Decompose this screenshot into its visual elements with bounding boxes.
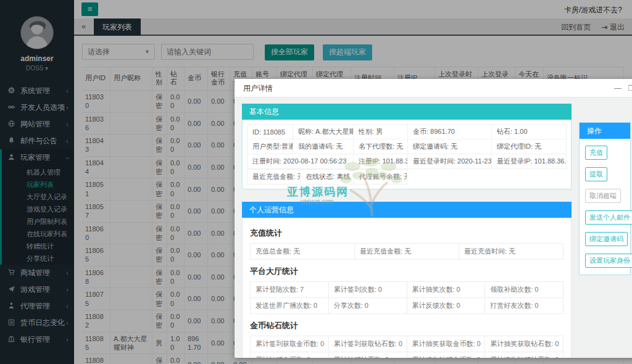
stat-cell: 累计接收转赠钻石数: 0 — [485, 352, 563, 358]
stat-cell: 累计抽奖次数: 0 — [407, 282, 485, 298]
info-table: 累计登陆次数: 7累计签到次数: 0累计抽奖次数: 0领取补助次数: 0发送世界… — [250, 281, 563, 314]
user-detail-modal: 用户详情 — ❐ 基本信息 ID: 118085昵称: A.都大大星耀财神性别:… — [235, 79, 632, 358]
stat-cell: 累计抽奖获取金币数: 0 — [407, 336, 485, 352]
stat-cell: 最近充值金额: 无 — [355, 244, 459, 260]
maximize-icon[interactable]: ❐ — [626, 79, 632, 97]
operation-button[interactable]: 提取 — [585, 167, 607, 181]
section-title: 充值统计 — [250, 228, 563, 239]
operations-panel: 操作 充值提取取消超端发送个人邮件绑定邀请码设置玩家身份 — [579, 122, 631, 275]
stat-cell: 累计登陆次数: 7 — [251, 282, 329, 298]
basic-info-header: 基本信息 — [242, 104, 572, 120]
modal-body: 基本信息 ID: 118085昵称: A.都大大星耀财神性别: 男金币: 896… — [235, 97, 632, 358]
stat-cell: 分享次数: 0 — [328, 298, 407, 314]
stat-cell: 累计接收转赠金币数: 0 — [407, 352, 485, 358]
operation-button[interactable]: 设置玩家身份 — [585, 254, 632, 268]
stat-cell: 累计转赠钻石数: 0 — [328, 352, 407, 358]
modal-title: 用户详情 — [243, 84, 273, 93]
basic-info-panel: 基本信息 ID: 118085昵称: A.都大大星耀财神性别: 男金币: 896… — [242, 104, 572, 189]
stat-cell: 累计抽奖获取钻石数: 0 — [485, 336, 563, 352]
operation-button[interactable]: 发送个人邮件 — [585, 210, 632, 225]
info-cell: 最近登录IP: 101.88.36.222 — [492, 154, 567, 169]
personal-info-panel: 个人运营信息 充值统计充值总金额: 无最近充值金额: 无最近充值时间: 无平台大… — [242, 202, 572, 358]
operation-button[interactable]: 充值 — [585, 146, 607, 160]
info-cell: 绑定邀请码: 无 — [408, 139, 492, 154]
operation-button[interactable]: 绑定邀请码 — [585, 232, 628, 246]
stat-cell: 累计反馈次数: 0 — [407, 298, 485, 314]
basic-info-table: ID: 118085昵称: A.都大大星耀财神性别: 男金币: 8961.70钻… — [242, 120, 572, 189]
modal-title-bar: 用户详情 — ❐ — [235, 79, 632, 97]
personal-info-header: 个人运营信息 — [242, 202, 572, 218]
stat-cell: 打赏好友次数: 0 — [485, 298, 563, 314]
info-table: ID: 118085昵称: A.都大大星耀财神性别: 男金币: 8961.70钻… — [247, 124, 567, 169]
personal-sections: 充值统计充值总金额: 无最近充值金额: 无最近充值时间: 无平台大厅统计累计登陆… — [242, 218, 572, 358]
operation-button[interactable]: 取消超端 — [585, 189, 621, 203]
stat-cell: 累计签到次数: 0 — [328, 282, 407, 298]
stat-cell: 发送世界广播次数: 0 — [251, 298, 329, 314]
info-cell: 钻石: 1.00 — [492, 125, 567, 139]
info-cell: 代理账号余额: 无 — [354, 170, 407, 184]
info-cell: 在线状态: 离线 — [301, 170, 354, 184]
stat-cell: 最近充值时间: 无 — [459, 244, 563, 260]
minimize-icon[interactable]: — — [612, 79, 623, 97]
info-cell: 我的邀请码: 无 — [293, 139, 354, 154]
info-cell: 金币: 8961.70 — [408, 125, 492, 139]
stat-cell: 充值总金额: 无 — [251, 244, 355, 260]
info-cell: 注册时间: 2020-08-17 00:56:23 — [247, 154, 354, 169]
info-cell: ID: 118085 — [247, 125, 293, 139]
info-table: 充值总金额: 无最近充值金额: 无最近充值时间: 无 — [250, 243, 563, 260]
info-table: 最近充值金额: 无在线状态: 离线代理账号余额: 无 — [247, 169, 407, 184]
stat-cell: 领取补助次数: 0 — [485, 282, 563, 298]
info-cell: 绑定代理ID: 无 — [492, 139, 567, 154]
operations-buttons: 充值提取取消超端发送个人邮件绑定邀请码设置玩家身份 — [580, 139, 630, 275]
info-cell: 最近充值金额: 无 — [247, 170, 301, 184]
info-cell: 名下代理数: 无 — [354, 139, 408, 154]
modal-left-column: 基本信息 ID: 118085昵称: A.都大大星耀财神性别: 男金币: 896… — [242, 104, 572, 358]
section-title: 平台大厅统计 — [250, 266, 563, 277]
info-cell: 用户类型:普通用户 — [247, 139, 293, 154]
operations-header: 操作 — [580, 123, 630, 139]
info-table: 累计签到获取金币数: 0累计签到获取钻石数: 0累计抽奖获取金币数: 0累计抽奖… — [250, 336, 563, 358]
stat-cell: 累计签到获取金币数: 0 — [251, 336, 329, 352]
info-cell: 注册IP: 101.88.36.222 — [354, 154, 408, 169]
section-title: 金币钻石统计 — [250, 320, 563, 331]
stat-cell: 累计转赠金币数: 0 — [251, 352, 329, 358]
info-cell: 最近登录时间: 2020-11-23 11:14:44 — [408, 154, 492, 169]
info-cell: 昵称: A.都大大星耀财神 — [293, 125, 354, 139]
info-cell: 性别: 男 — [354, 125, 408, 139]
stat-cell: 累计签到获取钻石数: 0 — [328, 336, 407, 352]
